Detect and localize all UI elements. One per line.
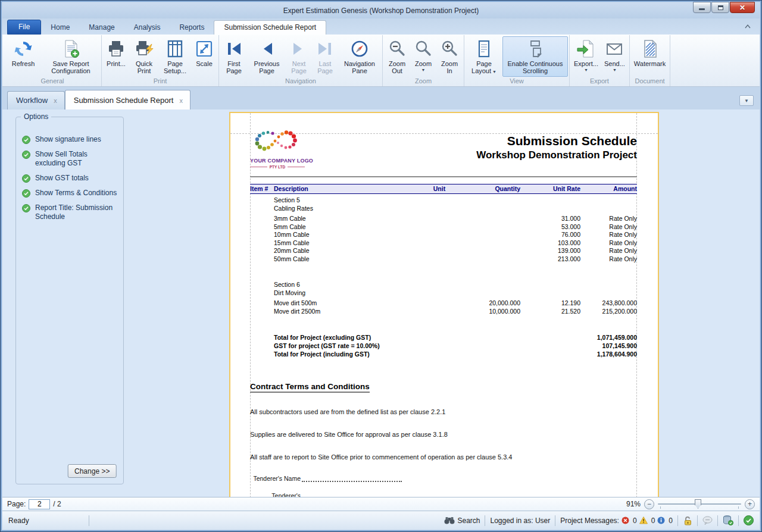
change-button[interactable]: Change >> [68, 464, 117, 478]
col-unit-rate: Unit Rate [520, 185, 580, 193]
save-report-configuration-button[interactable]: Save Report Configuration [42, 36, 100, 77]
table-row: Move dirt 2500m 10,000.000 21.520 215,20… [250, 308, 637, 316]
navigation-pane-button[interactable]: Navigation Pane [338, 36, 381, 77]
enable-continuous-scrolling-button[interactable]: Enable Continuous Scrolling [502, 36, 568, 77]
divider [738, 515, 739, 526]
search-label: Search [457, 517, 480, 525]
options-list: Show signature lines Show Sell Totals ex… [22, 135, 118, 221]
comment-bubble-icon[interactable] [702, 516, 713, 525]
first-page-icon [224, 39, 244, 59]
close-icon: ✕ [739, 4, 745, 11]
doc-tab-workflow[interactable]: Workflow x [7, 91, 65, 109]
enable-continuous-scrolling-icon [525, 39, 545, 59]
collapse-ribbon-button[interactable] [743, 22, 752, 30]
report-preview[interactable]: YOUR COMPANY LOGO PTY LTD Submission Sch… [129, 109, 760, 497]
export-button[interactable]: Export... ▼ [571, 36, 601, 77]
tab-reports[interactable]: Reports [170, 21, 214, 35]
ribbon-group-view: Page Layout▼ Enable Continuous Scrolling… [464, 35, 570, 86]
quick-print-button[interactable]: Quick Print [129, 36, 159, 77]
divider [485, 515, 485, 526]
group-label-export: Export [570, 77, 629, 86]
next-page-button[interactable]: Next Page [286, 36, 312, 77]
tab-home[interactable]: Home [41, 21, 79, 35]
page-layout-icon [474, 39, 494, 59]
option-item[interactable]: Show signature lines [22, 135, 118, 144]
zoom-slider[interactable] [658, 499, 741, 509]
doc-tab-submission-schedule-report[interactable]: Submission Schedule Report x [65, 90, 190, 109]
project-messages[interactable]: Project Messages: 0 0 0 [560, 517, 673, 525]
page-number-input[interactable] [29, 499, 50, 509]
page-setup-button[interactable]: Page Setup... [159, 36, 191, 77]
scale-button[interactable]: Scale [191, 36, 217, 77]
logged-in-status: Logged in as: User [490, 517, 550, 525]
col-unit: Unit [421, 185, 457, 193]
previous-page-button[interactable]: Previous Page [248, 36, 286, 77]
group-label-navigation: Navigation [219, 77, 382, 86]
send-button[interactable]: Send... ▼ [601, 36, 628, 77]
ribbon-group-zoom: Zoom Out Zoom ▼ Zoom In Zoom [383, 35, 464, 86]
database-check-icon[interactable] [723, 515, 733, 525]
print-button[interactable]: Print... [103, 36, 129, 77]
quick-print-icon [134, 39, 154, 59]
page-layout-label: Page Layout▼ [469, 60, 499, 74]
option-item[interactable]: Show Sell Totals excluding GST [22, 150, 118, 168]
last-page-button[interactable]: Last Page [312, 36, 338, 77]
tab-list-dropdown-button[interactable]: ▼ [739, 95, 754, 106]
terms-list: All subcontractors used are from the def… [250, 408, 637, 461]
doc-tab-workflow-close-icon[interactable]: x [54, 97, 57, 104]
zoom-dropdown-arrow-icon: ▼ [421, 68, 426, 72]
previous-page-icon [257, 39, 277, 59]
report-title: Submission Schedule [316, 134, 637, 148]
send-icon [604, 39, 624, 59]
next-page-icon [289, 39, 309, 59]
totals-block: Total for Project (excluding GST) 1,071,… [250, 333, 637, 358]
table-row: 50mm Cable 213.000 Rate Only [250, 255, 637, 264]
refresh-icon [13, 39, 33, 59]
doc-tab-workflow-label: Workflow [16, 96, 48, 105]
zoom-decrease-button[interactable]: − [644, 499, 654, 509]
status-ok-icon[interactable] [744, 515, 754, 525]
option-item[interactable]: Show GST totals [22, 174, 118, 183]
doc-tab-submission-label: Submission Schedule Report [74, 96, 174, 105]
tab-manage[interactable]: Manage [79, 21, 124, 35]
status-ready: Ready [8, 517, 29, 525]
scale-label: Scale [196, 60, 213, 67]
zoom-in-button[interactable]: Zoom In [436, 36, 463, 77]
zoom-label: Zoom [415, 60, 432, 67]
option-item[interactable]: Show Terms & Conditions [22, 189, 118, 198]
close-button[interactable]: ✕ [730, 2, 755, 13]
print-label: Print... [107, 60, 126, 67]
minimize-button[interactable] [693, 2, 711, 13]
zoom-out-button[interactable]: Zoom Out [384, 36, 410, 77]
option-item[interactable]: Report Title: Submission Schedule [22, 204, 118, 221]
page-layout-button[interactable]: Page Layout▼ [466, 36, 502, 77]
divider [697, 515, 698, 526]
restore-icon [718, 5, 723, 10]
tab-submission-schedule-report[interactable]: Submission Schedule Report [214, 20, 326, 35]
zoom-icon [413, 39, 433, 59]
refresh-button[interactable]: Refresh [5, 36, 42, 77]
doc-tab-submission-close-icon[interactable]: x [179, 97, 183, 104]
col-item: Item # [250, 185, 274, 193]
divider [89, 515, 89, 526]
table-row: 20mm Cable 139.000 Rate Only [250, 247, 637, 255]
signature-row: Tenderer's Name [250, 475, 637, 482]
tab-file[interactable]: File [7, 20, 41, 35]
company-logo-icon [250, 129, 305, 155]
lock-icon[interactable] [683, 516, 692, 525]
zoom-slider-thumb[interactable] [695, 499, 701, 509]
navigation-pane-label: Navigation Pane [341, 60, 378, 74]
ribbon-group-print: Print... Quick Print Page Setup... [102, 35, 219, 86]
slider-tick [738, 506, 739, 509]
first-page-button[interactable]: First Page [220, 36, 248, 77]
terms-heading: Contract Terms and Conditions [250, 381, 637, 393]
watermark-button[interactable]: Watermark [631, 36, 669, 77]
restore-button[interactable] [711, 2, 729, 13]
ribbon-group-export: Export... ▼ Send... ▼ Export [570, 35, 630, 86]
zoom-increase-button[interactable]: + [745, 499, 755, 509]
search-button[interactable]: Search [444, 517, 480, 525]
table-header-row: Item # Description Unit Quantity Unit Ra… [250, 184, 637, 194]
zoom-button[interactable]: Zoom ▼ [410, 36, 436, 77]
tab-analysis[interactable]: Analysis [124, 21, 170, 35]
options-title: Options [21, 112, 51, 121]
